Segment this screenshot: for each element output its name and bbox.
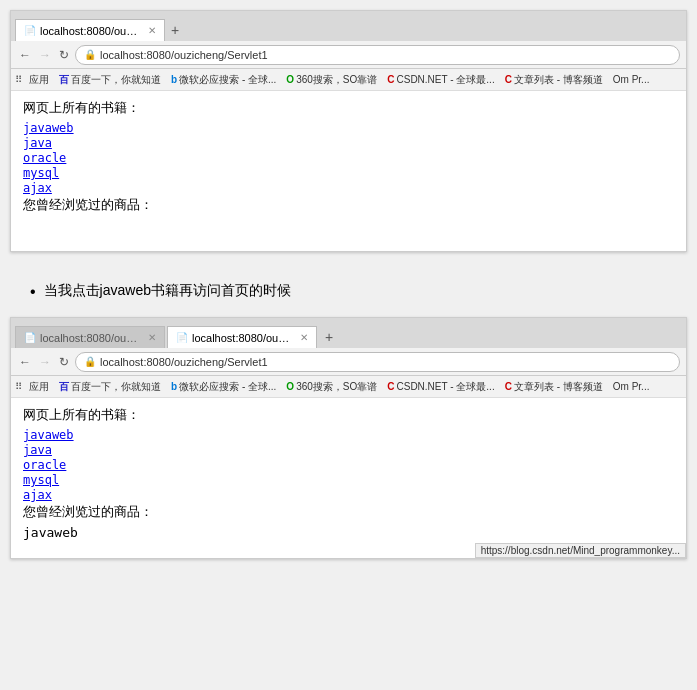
bullet-text-1: 当我点击javaweb书籍再访问首页的时候 bbox=[44, 282, 291, 300]
tab-close-1[interactable]: ✕ bbox=[148, 25, 156, 36]
bm-apps-label-2[interactable]: 应用 bbox=[26, 380, 52, 394]
nav-bar-2: ← → ↻ 🔒 localhost:8080/ouzicheng/Servlet… bbox=[11, 348, 686, 376]
reload-btn-1[interactable]: ↻ bbox=[57, 48, 71, 62]
nav-bar-1: ← → ↻ 🔒 localhost:8080/ouzicheng/Servlet… bbox=[11, 41, 686, 69]
tab-1[interactable]: 📄 localhost:8080/ouziche ✕ bbox=[15, 19, 165, 41]
url-hint: https://blog.csdn.net/Mind_programmonkey… bbox=[475, 543, 686, 558]
browsed-heading-1: 您曾经浏览过的商品： bbox=[23, 196, 674, 214]
book-link-java-2[interactable]: java bbox=[23, 443, 674, 457]
browser-window-1: 📄 localhost:8080/ouziche ✕ + ← → ↻ 🔒 loc… bbox=[10, 10, 687, 252]
bm-om-2[interactable]: Om Pr... bbox=[610, 381, 653, 392]
bm-bing[interactable]: b 微软必应搜索 - 全球... bbox=[168, 73, 279, 87]
tab-label-2b: localhost:8080/ouziche bbox=[192, 332, 294, 344]
browser-window-2: 📄 localhost:8080/ouziche ✕ 📄 localhost:8… bbox=[10, 317, 687, 559]
lock-icon-1: 🔒 bbox=[84, 49, 96, 60]
tab-icon-2b: 📄 bbox=[176, 332, 188, 343]
book-link-oracle-2[interactable]: oracle bbox=[23, 458, 674, 472]
bm-360[interactable]: O 360搜索，SO靠谱 bbox=[283, 73, 380, 87]
browsed-heading-2: 您曾经浏览过的商品： bbox=[23, 503, 674, 521]
forward-btn-1[interactable]: → bbox=[37, 48, 53, 62]
books-heading-2: 网页上所有的书籍： bbox=[23, 406, 674, 424]
bm-grid-icon: ⠿ bbox=[15, 74, 22, 85]
back-btn-1[interactable]: ← bbox=[17, 48, 33, 62]
book-link-javaweb-2[interactable]: javaweb bbox=[23, 428, 674, 442]
page-content-1: 网页上所有的书籍： javaweb java oracle mysql ajax… bbox=[11, 91, 686, 251]
bm-grid-icon-2: ⠿ bbox=[15, 381, 22, 392]
book-link-javaweb-1[interactable]: javaweb bbox=[23, 121, 674, 135]
back-btn-2[interactable]: ← bbox=[17, 355, 33, 369]
book-link-oracle-1[interactable]: oracle bbox=[23, 151, 674, 165]
browsed-item-javaweb: javaweb bbox=[23, 525, 674, 540]
tab-label-1: localhost:8080/ouziche bbox=[40, 25, 142, 37]
bm-baidu-2[interactable]: 百 百度一下，你就知道 bbox=[56, 380, 164, 394]
book-link-java-1[interactable]: java bbox=[23, 136, 674, 150]
book-link-mysql-1[interactable]: mysql bbox=[23, 166, 674, 180]
bm-bing-2[interactable]: b 微软必应搜索 - 全球... bbox=[168, 380, 279, 394]
forward-btn-2[interactable]: → bbox=[37, 355, 53, 369]
tab-2b[interactable]: 📄 localhost:8080/ouziche ✕ bbox=[167, 326, 317, 348]
reload-btn-2[interactable]: ↻ bbox=[57, 355, 71, 369]
book-link-mysql-2[interactable]: mysql bbox=[23, 473, 674, 487]
book-link-ajax-2[interactable]: ajax bbox=[23, 488, 674, 502]
address-bar-2[interactable]: 🔒 localhost:8080/ouzicheng/Servlet1 bbox=[75, 352, 680, 372]
tab-label-2a: localhost:8080/ouziche bbox=[40, 332, 142, 344]
new-tab-btn-1[interactable]: + bbox=[165, 19, 185, 41]
tab-icon-1: 📄 bbox=[24, 25, 36, 36]
book-link-ajax-1[interactable]: ajax bbox=[23, 181, 674, 195]
bm-wenzhang[interactable]: C 文章列表 - 博客频道 bbox=[502, 73, 606, 87]
bm-apps-label[interactable]: 应用 bbox=[26, 73, 52, 87]
address-bar-1[interactable]: 🔒 localhost:8080/ouzicheng/Servlet1 bbox=[75, 45, 680, 65]
bm-360-2[interactable]: O 360搜索，SO靠谱 bbox=[283, 380, 380, 394]
bookmarks-bar-1: ⠿ 应用 百 百度一下，你就知道 b 微软必应搜索 - 全球... O 360搜… bbox=[11, 69, 686, 91]
bullet-section: • 当我点击javaweb书籍再访问首页的时候 bbox=[10, 270, 687, 313]
page-content-2: 网页上所有的书籍： javaweb java oracle mysql ajax… bbox=[11, 398, 686, 558]
tab-bar-1: 📄 localhost:8080/ouziche ✕ + bbox=[11, 11, 686, 41]
tab-2a[interactable]: 📄 localhost:8080/ouziche ✕ bbox=[15, 326, 165, 348]
bm-csdn-2[interactable]: C CSDN.NET - 全球最... bbox=[384, 380, 497, 394]
bm-baidu[interactable]: 百 百度一下，你就知道 bbox=[56, 73, 164, 87]
bm-wenzhang-2[interactable]: C 文章列表 - 博客频道 bbox=[502, 380, 606, 394]
address-text-2: localhost:8080/ouzicheng/Servlet1 bbox=[100, 356, 268, 368]
bookmarks-bar-2: ⠿ 应用 百 百度一下，你就知道 b 微软必应搜索 - 全球... O 360搜… bbox=[11, 376, 686, 398]
bullet-dot-1: • bbox=[30, 282, 36, 301]
books-heading-1: 网页上所有的书籍： bbox=[23, 99, 674, 117]
bm-csdn[interactable]: C CSDN.NET - 全球最... bbox=[384, 73, 497, 87]
tab-icon-2a: 📄 bbox=[24, 332, 36, 343]
bullet-item-1: • 当我点击javaweb书籍再访问首页的时候 bbox=[30, 282, 667, 301]
tab-close-2a[interactable]: ✕ bbox=[148, 332, 156, 343]
tab-close-2b[interactable]: ✕ bbox=[300, 332, 308, 343]
lock-icon-2: 🔒 bbox=[84, 356, 96, 367]
address-text-1: localhost:8080/ouzicheng/Servlet1 bbox=[100, 49, 268, 61]
bm-om[interactable]: Om Pr... bbox=[610, 74, 653, 85]
tab-bar-2: 📄 localhost:8080/ouziche ✕ 📄 localhost:8… bbox=[11, 318, 686, 348]
new-tab-btn-2[interactable]: + bbox=[319, 326, 339, 348]
